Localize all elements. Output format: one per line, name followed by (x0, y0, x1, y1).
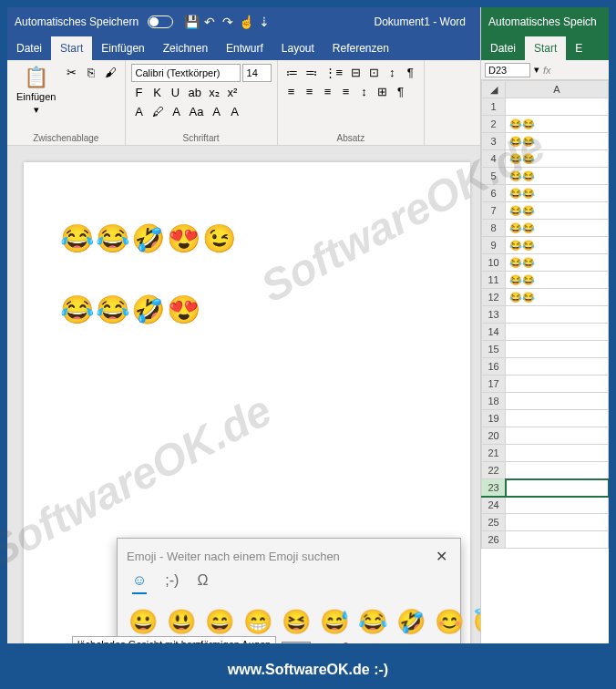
word-tab-datei[interactable]: Datei (7, 36, 51, 60)
row-header[interactable]: 7 (482, 202, 506, 220)
row-header[interactable]: 13 (482, 306, 506, 324)
emoji-tab-0[interactable]: ☺ (132, 572, 147, 594)
touch-mode-icon[interactable]: ☝ (237, 15, 255, 29)
document-line[interactable]: 😂😂🤣😍 (60, 288, 434, 332)
select-all-cell[interactable]: ◢ (482, 81, 506, 98)
font-color-btn-4[interactable]: A (208, 103, 224, 120)
para-align-btn-3[interactable]: ≡ (338, 83, 354, 100)
cell[interactable] (506, 479, 609, 497)
excel-tab-start[interactable]: Start (525, 36, 566, 60)
word-tab-zeichnen[interactable]: Zeichnen (154, 36, 217, 60)
row-header[interactable]: 19 (482, 410, 506, 427)
emoji-cell[interactable]: 😗 (396, 642, 426, 643)
para-btn-2[interactable]: ⋮≡ (322, 64, 346, 81)
emoji-cell[interactable]: 😆 (282, 607, 311, 636)
row-header[interactable]: 24 (482, 497, 506, 514)
para-btn-5[interactable]: ↕ (384, 64, 400, 81)
para-align-btn-6[interactable]: ¶ (393, 83, 409, 100)
name-box-dropdown-icon[interactable]: ▾ (534, 64, 539, 76)
font-btn-2[interactable]: U (168, 84, 184, 101)
emoji-tab-1[interactable]: ;-) (165, 572, 179, 594)
para-btn-0[interactable]: ≔ (283, 64, 301, 81)
cell[interactable] (506, 341, 609, 358)
emoji-cell[interactable]: 😄 (205, 607, 234, 636)
save-icon[interactable]: 💾 (182, 15, 200, 29)
row-header[interactable]: 23 (482, 479, 506, 497)
row-header[interactable]: 6 (482, 185, 506, 202)
row-header[interactable]: 8 (482, 220, 506, 237)
cell[interactable]: 😂😂 (506, 116, 609, 133)
row-header[interactable]: 20 (482, 427, 506, 445)
font-btn-0[interactable]: F (131, 84, 148, 101)
emoji-search-placeholder[interactable]: Emoji - Weiter nach einem Emoji suchen (127, 550, 432, 563)
font-color-btn-0[interactable]: A (131, 103, 148, 120)
row-header[interactable]: 18 (482, 393, 506, 410)
font-color-btn-2[interactable]: A (169, 103, 185, 120)
font-btn-3[interactable]: ab (186, 84, 204, 101)
para-btn-6[interactable]: ¶ (402, 64, 418, 81)
emoji-cell[interactable]: 😊 (435, 607, 464, 636)
cell[interactable]: 😂😂 (506, 202, 609, 220)
fx-icon[interactable]: fx (543, 65, 551, 76)
row-header[interactable]: 15 (482, 341, 506, 358)
row-header[interactable]: 14 (482, 324, 506, 341)
font-size-combo[interactable] (242, 64, 272, 82)
font-color-btn-5[interactable]: A (226, 103, 242, 120)
close-icon[interactable]: ✕ (432, 548, 451, 565)
row-header[interactable]: 10 (482, 254, 506, 272)
redo-icon[interactable]: ↷ (219, 15, 237, 29)
row-header[interactable]: 5 (482, 168, 506, 185)
para-btn-3[interactable]: ⊟ (347, 64, 364, 81)
cell[interactable]: 😂😂 (506, 220, 609, 237)
name-box[interactable] (485, 63, 530, 77)
excel-tab-e[interactable]: E (566, 36, 591, 60)
emoji-cell[interactable]: 😘 (358, 642, 387, 643)
cell[interactable] (506, 445, 609, 462)
para-align-btn-2[interactable]: ≡ (320, 83, 336, 100)
emoji-cell[interactable]: 😃 (167, 607, 196, 636)
font-name-combo[interactable] (131, 64, 241, 82)
font-btn-1[interactable]: K (149, 84, 166, 101)
word-tab-start[interactable]: Start (51, 36, 92, 60)
row-header[interactable]: 22 (482, 462, 506, 479)
cell[interactable]: 😂😂 (506, 185, 609, 202)
emoji-tab-2[interactable]: Ω (197, 572, 208, 594)
document-line[interactable]: 😂😂🤣😍😉 (60, 217, 434, 261)
cell[interactable] (506, 410, 609, 427)
cell[interactable]: 😂😂 (506, 133, 609, 150)
row-header[interactable]: 1 (482, 98, 506, 116)
qat-more-icon[interactable]: ⇣ (255, 15, 273, 29)
cell[interactable]: 😂😂 (506, 168, 609, 185)
para-align-btn-0[interactable]: ≡ (283, 83, 300, 100)
cell[interactable] (506, 393, 609, 410)
emoji-cell[interactable]: 😂 (358, 607, 387, 636)
cell[interactable]: 😂😂 (506, 254, 609, 272)
undo-icon[interactable]: ↶ (200, 15, 219, 29)
cell[interactable]: 😂😂 (506, 150, 609, 168)
format-painter-button[interactable]: 🖌 (102, 64, 119, 81)
row-header[interactable]: 25 (482, 514, 506, 531)
word-tab-layout[interactable]: Layout (272, 36, 323, 60)
cell[interactable] (506, 497, 609, 514)
excel-tab-datei[interactable]: Datei (481, 36, 525, 60)
emoji-cell[interactable]: 😇 (473, 607, 480, 636)
row-header[interactable]: 11 (482, 272, 506, 289)
row-header[interactable]: 26 (482, 531, 506, 549)
cell[interactable]: 😂😂 (506, 237, 609, 254)
para-align-btn-4[interactable]: ↕ (356, 83, 373, 100)
emoji-cell[interactable]: 🥰 (320, 642, 349, 643)
cell[interactable]: 😂😂 (506, 289, 609, 306)
copy-button[interactable]: ⎘ (83, 64, 99, 81)
row-header[interactable]: 12 (482, 289, 506, 306)
cell[interactable] (506, 358, 609, 375)
cell[interactable] (506, 98, 609, 116)
cell[interactable] (506, 324, 609, 341)
cell[interactable] (506, 306, 609, 324)
para-btn-1[interactable]: ≕ (303, 64, 320, 81)
cut-button[interactable]: ✂ (63, 64, 79, 81)
row-header[interactable]: 2 (482, 116, 506, 133)
autosave-toggle[interactable] (148, 15, 173, 28)
row-header[interactable]: 3 (482, 133, 506, 150)
row-header[interactable]: 4 (482, 150, 506, 168)
para-align-btn-5[interactable]: ⊞ (375, 83, 391, 100)
